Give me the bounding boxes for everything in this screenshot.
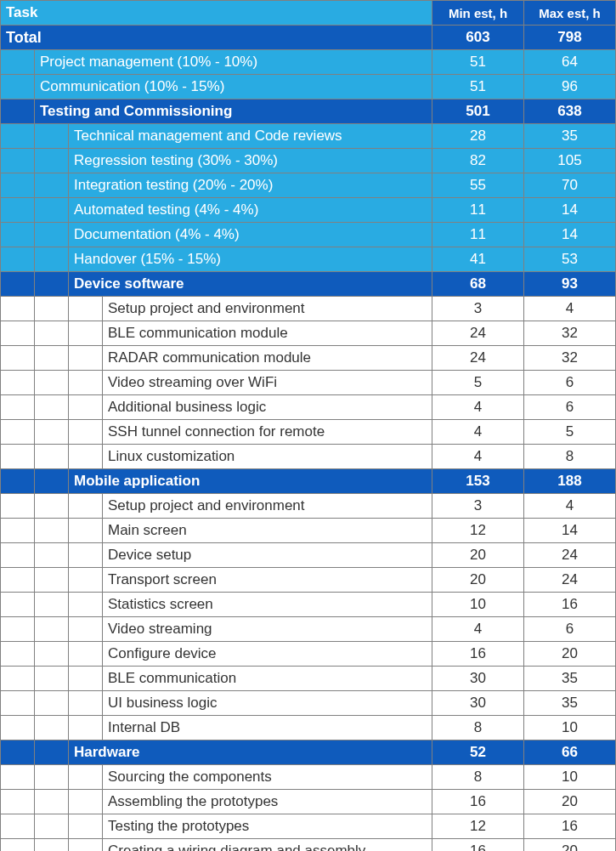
leaf-max: 24 — [524, 543, 616, 568]
leaf-row: Internal DB810 — [1, 716, 616, 740]
leaf-min: 16 — [432, 839, 524, 852]
item-label: Regression testing (30% - 30%) — [69, 149, 432, 173]
lvl1-max: 96 — [524, 75, 616, 99]
section-label: Device software — [69, 272, 432, 297]
leaf-label: UI business logic — [103, 691, 432, 716]
leaf-max: 14 — [524, 519, 616, 543]
leaf-row: Linux customization48 — [1, 445, 616, 469]
item-min: 55 — [432, 173, 524, 198]
leaf-max: 10 — [524, 765, 616, 790]
leaf-max: 20 — [524, 839, 616, 852]
leaf-min: 4 — [432, 445, 524, 469]
total-label: Total — [1, 26, 432, 50]
leaf-max: 4 — [524, 494, 616, 519]
section-device: Device software6893 — [1, 272, 616, 297]
leaf-row: RADAR communication module2432 — [1, 346, 616, 371]
leaf-min: 4 — [432, 395, 524, 420]
lvl1-max: 64 — [524, 50, 616, 75]
testing-item: Technical management and Code reviews283… — [1, 124, 616, 149]
leaf-min: 20 — [432, 568, 524, 593]
total-row: Total603798 — [1, 26, 616, 50]
section-label: Mobile application — [69, 469, 432, 494]
item-label: Automated testing (4% - 4%) — [69, 198, 432, 223]
testing-item: Documentation (4% - 4%)1114 — [1, 223, 616, 247]
leaf-min: 8 — [432, 765, 524, 790]
leaf-row: Main screen1214 — [1, 519, 616, 543]
item-min: 28 — [432, 124, 524, 149]
leaf-label: SSH tunnel connection for remote — [103, 420, 432, 445]
section-mobile: Mobile application153188 — [1, 469, 616, 494]
leaf-row: Statistics screen1016 — [1, 593, 616, 617]
leaf-row: Transport screen2024 — [1, 568, 616, 593]
section-label: Testing and Commissioning — [35, 99, 432, 124]
testing-item: Integration testing (20% - 20%)5570 — [1, 173, 616, 198]
leaf-min: 4 — [432, 617, 524, 642]
leaf-max: 32 — [524, 321, 616, 346]
leaf-label: Configure device — [103, 642, 432, 667]
leaf-min: 20 — [432, 543, 524, 568]
leaf-row: Additional business logic46 — [1, 395, 616, 420]
testing-item: Handover (15% - 15%)4153 — [1, 247, 616, 272]
leaf-max: 24 — [524, 568, 616, 593]
col-min: Min est, h — [432, 1, 524, 26]
leaf-row: Video streaming46 — [1, 617, 616, 642]
lvl1-label: Communication (10% - 15%) — [35, 75, 432, 99]
leaf-min: 5 — [432, 371, 524, 395]
leaf-label: Video streaming over WiFi — [103, 371, 432, 395]
section-min: 68 — [432, 272, 524, 297]
leaf-label: Testing the prototypes — [103, 814, 432, 839]
leaf-row: Assembling the prototypes1620 — [1, 790, 616, 814]
col-task: Task — [1, 1, 432, 26]
leaf-label: Statistics screen — [103, 593, 432, 617]
section-testing: Testing and Commissioning501638 — [1, 99, 616, 124]
item-max: 14 — [524, 223, 616, 247]
col-max: Max est, h — [524, 1, 616, 26]
leaf-min: 12 — [432, 519, 524, 543]
leaf-row: Video streaming over WiFi56 — [1, 371, 616, 395]
leaf-label: Sourcing the components — [103, 765, 432, 790]
leaf-min: 4 — [432, 420, 524, 445]
leaf-max: 4 — [524, 297, 616, 321]
leaf-max: 8 — [524, 445, 616, 469]
item-min: 11 — [432, 198, 524, 223]
total-max: 798 — [524, 26, 616, 50]
item-label: Documentation (4% - 4%) — [69, 223, 432, 247]
leaf-row: Device setup2024 — [1, 543, 616, 568]
leaf-label: Main screen — [103, 519, 432, 543]
testing-item: Regression testing (30% - 30%)82105 — [1, 149, 616, 173]
total-min: 603 — [432, 26, 524, 50]
item-min: 41 — [432, 247, 524, 272]
leaf-label: Setup project and environment — [103, 297, 432, 321]
leaf-row: Setup project and environment34 — [1, 494, 616, 519]
leaf-row: Setup project and environment34 — [1, 297, 616, 321]
item-max: 70 — [524, 173, 616, 198]
leaf-label: Transport screen — [103, 568, 432, 593]
lvl1-min: 51 — [432, 75, 524, 99]
item-max: 105 — [524, 149, 616, 173]
section-min: 52 — [432, 740, 524, 765]
leaf-row: Configure device1620 — [1, 642, 616, 667]
leaf-label: Device setup — [103, 543, 432, 568]
leaf-min: 16 — [432, 642, 524, 667]
leaf-row: BLE communication3035 — [1, 667, 616, 691]
leaf-min: 24 — [432, 346, 524, 371]
leaf-label: BLE communication — [103, 667, 432, 691]
leaf-row: UI business logic3035 — [1, 691, 616, 716]
testing-item: Automated testing (4% - 4%)1114 — [1, 198, 616, 223]
section-max: 66 — [524, 740, 616, 765]
section-max: 93 — [524, 272, 616, 297]
leaf-row: Sourcing the components810 — [1, 765, 616, 790]
leaf-min: 12 — [432, 814, 524, 839]
lvl1-row: Project management (10% - 10%)5164 — [1, 50, 616, 75]
estimate-table: TaskMin est, hMax est, hTotal603798Proje… — [0, 0, 616, 851]
leaf-max: 5 — [524, 420, 616, 445]
item-max: 14 — [524, 198, 616, 223]
leaf-label: Setup project and environment — [103, 494, 432, 519]
leaf-max: 10 — [524, 716, 616, 740]
section-label: Hardware — [69, 740, 432, 765]
leaf-max: 35 — [524, 691, 616, 716]
leaf-label: Internal DB — [103, 716, 432, 740]
item-label: Technical management and Code reviews — [69, 124, 432, 149]
leaf-max: 20 — [524, 642, 616, 667]
section-min: 501 — [432, 99, 524, 124]
